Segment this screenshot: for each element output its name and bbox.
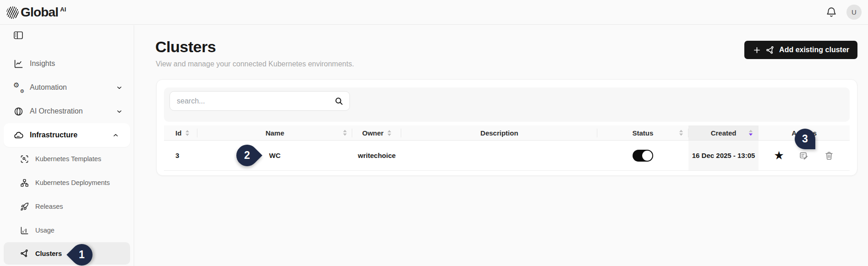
sort-icon-active[interactable] xyxy=(749,130,753,136)
sidebar-item-label: Infrastructure xyxy=(30,131,77,139)
sort-icon[interactable] xyxy=(679,130,683,136)
sidebar-item-label: Automation xyxy=(30,83,67,92)
cell-id: 3 xyxy=(164,141,197,170)
sort-icon[interactable] xyxy=(186,130,189,136)
chevron-down-icon xyxy=(116,108,123,115)
globe-logo-icon xyxy=(6,6,19,19)
column-label: Id xyxy=(175,129,181,137)
column-header-status[interactable]: Status xyxy=(597,125,688,140)
cell-status xyxy=(597,141,688,170)
column-header-owner[interactable]: Owner xyxy=(352,125,401,140)
rocket-icon xyxy=(20,202,29,211)
sidebar-item-label: AI Orchestration xyxy=(30,107,83,115)
search-icon[interactable] xyxy=(334,96,344,106)
add-button-label: Add existing cluster xyxy=(779,46,849,54)
sidebar-item-label: Insights xyxy=(30,60,55,68)
chevron-up-icon xyxy=(112,132,119,139)
sidebar-item-label: Kubernetes Templates xyxy=(35,155,101,163)
sidebar-item-releases[interactable]: Releases xyxy=(0,195,134,218)
annotation-number: 2 xyxy=(244,149,250,162)
column-header-name[interactable]: Name xyxy=(197,125,352,140)
column-header-created[interactable]: Created xyxy=(688,125,759,140)
sidebar-collapse-icon[interactable] xyxy=(13,30,24,41)
plus-icon xyxy=(753,46,761,54)
column-label: Created xyxy=(711,129,737,137)
sidebar-item-ai-orchestration[interactable]: AI Orchestration xyxy=(0,99,134,123)
page-title: Clusters xyxy=(155,38,216,56)
cluster-network-icon xyxy=(20,249,29,258)
cluster-network-icon xyxy=(766,46,775,54)
chevron-down-icon xyxy=(116,84,123,91)
sphere-split-icon xyxy=(14,107,23,116)
gears-icon: ⚙⚙ xyxy=(14,83,23,92)
sidebar-item-automation[interactable]: ⚙⚙ Automation xyxy=(0,76,134,99)
chart-line-icon xyxy=(14,59,23,69)
sidebar-item-insights[interactable]: Insights xyxy=(0,52,134,76)
sidebar-item-label: Usage xyxy=(35,227,55,234)
edit-icon[interactable] xyxy=(799,151,809,161)
sort-icon[interactable] xyxy=(388,130,391,136)
sidebar-item-label: Releases xyxy=(35,203,63,210)
table-header-row: Id Name Owner Description Status xyxy=(164,125,850,141)
bar-chart-icon xyxy=(20,226,29,235)
table-row: 3 WC writechoice 16 Dec 2025 - 13:05 ★ xyxy=(164,141,850,171)
page-subtitle: View and manage your connected Kubernete… xyxy=(156,60,354,68)
status-toggle[interactable] xyxy=(633,150,653,162)
top-bar: Global AI U xyxy=(0,0,868,25)
column-header-description: Description xyxy=(401,125,597,140)
add-existing-cluster-button[interactable]: Add existing cluster xyxy=(744,41,857,59)
search-input[interactable] xyxy=(170,92,349,110)
brand-name: Global xyxy=(21,5,58,20)
column-label: Description xyxy=(480,129,519,137)
sidebar-item-clusters[interactable]: Clusters xyxy=(4,242,130,265)
template-scan-icon xyxy=(20,155,29,163)
sidebar: Insights ⚙⚙ Automation AI Orchestration xyxy=(0,25,134,266)
column-label: Owner xyxy=(362,129,384,137)
cell-name: WC xyxy=(197,141,352,170)
annotation-number: 3 xyxy=(802,133,808,145)
search-box xyxy=(169,91,350,111)
cell-created: 16 Dec 2025 - 13:05 xyxy=(688,141,759,170)
sidebar-item-label: Clusters xyxy=(35,250,62,257)
sort-icon[interactable] xyxy=(343,130,347,136)
brand-logo: Global AI xyxy=(0,5,66,20)
delete-trash-icon[interactable] xyxy=(824,151,834,161)
column-label: Status xyxy=(633,129,654,137)
sidebar-item-label: Kubernetes Deployments xyxy=(35,179,110,186)
column-header-id[interactable]: Id xyxy=(164,125,197,140)
search-band xyxy=(164,87,850,122)
brand-suffix: AI xyxy=(60,6,66,13)
user-avatar[interactable]: U xyxy=(846,5,862,20)
toggle-knob xyxy=(642,151,652,161)
cell-description xyxy=(401,141,597,170)
favorite-star-icon[interactable]: ★ xyxy=(775,151,784,161)
network-nodes-icon xyxy=(20,179,29,187)
sidebar-item-kubernetes-templates[interactable]: Kubernetes Templates xyxy=(0,147,134,171)
column-label: Name xyxy=(266,129,284,137)
sidebar-item-kubernetes-deployments[interactable]: Kubernetes Deployments xyxy=(0,171,134,195)
cloud-icon xyxy=(14,130,23,140)
avatar-initial: U xyxy=(852,8,857,16)
annotation-marker-3: 3 xyxy=(795,129,815,149)
cell-owner: writechoice xyxy=(352,141,401,170)
clusters-card: Id Name Owner Description Status xyxy=(156,79,857,176)
clusters-table: Id Name Owner Description Status xyxy=(164,125,850,171)
annotation-number: 1 xyxy=(79,249,85,261)
sidebar-item-infrastructure[interactable]: Infrastructure xyxy=(4,123,130,147)
sidebar-item-usage[interactable]: Usage xyxy=(0,218,134,242)
notifications-bell-icon[interactable] xyxy=(825,6,837,18)
